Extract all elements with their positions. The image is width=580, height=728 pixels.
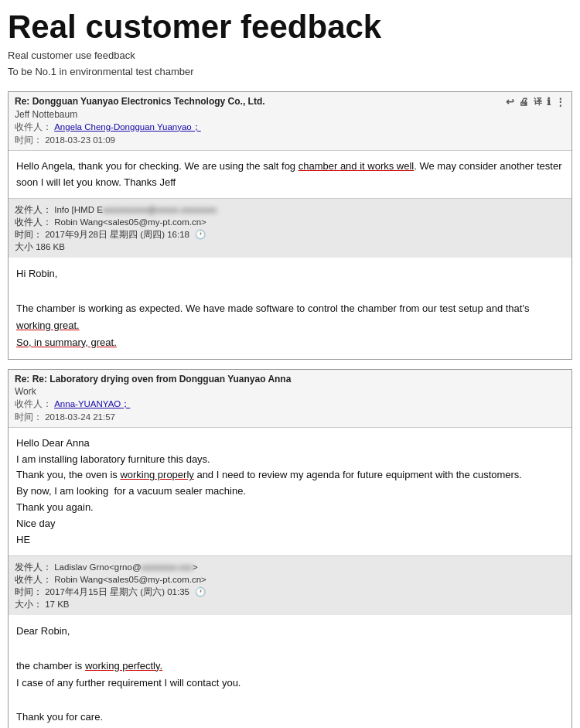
email-time-row-2: 时间： 2018-03-24 21:57 (15, 412, 565, 423)
email-subject-1: Re: Dongguan Yuanyao Electronics Technol… (15, 96, 265, 107)
translate-icon: 译 (534, 96, 542, 108)
email-from-2: Work (15, 386, 565, 397)
highlight-nested-1: working great. (16, 320, 80, 331)
email-body-2: Hello Dear Anna I am installing laborato… (9, 428, 571, 556)
highlight-nested-3: working perfectly. (85, 660, 162, 672)
email-body-1: Hello Angela, thank you for checking. We… (9, 151, 571, 199)
nested-header-1: 发件人： Info [HMD Exxxxxxxxxx@xxxxx.xxxxxxx… (9, 198, 571, 258)
clock-icon: 🕐 (195, 230, 206, 239)
clock-icon-2: 🕐 (195, 587, 206, 596)
email-subject-2: Re: Re: Laboratory drying oven from Dong… (15, 374, 291, 385)
nested-header-2: 发件人： Ladislav Grno<grno@xxxxxxxx.xxx> 收件… (9, 555, 571, 615)
email-header-2: Re: Re: Laboratory drying oven from Dong… (9, 370, 571, 428)
print-icon: 🖨 (519, 96, 529, 108)
highlight-nested-2: So, in summary, great. (16, 337, 117, 348)
page-title: Real customer feedback (8, 9, 572, 45)
highlight-2: working properly (120, 469, 193, 480)
more-icon: ⋮ (555, 96, 565, 108)
email-to-2[interactable]: Anna-YUANYAO； (54, 399, 130, 408)
nested-body-1: Hi Robin, The chamber is working as expe… (9, 258, 571, 358)
email-from-1: Jeff Nottebaum (15, 109, 565, 120)
email-to-row-2: 收件人： Anna-YUANYAO； (15, 398, 565, 410)
email-icons-1: ↩ 🖨 译 ℹ ⋮ (506, 96, 565, 108)
reply-icon: ↩ (506, 96, 514, 108)
email-to-row-1: 收件人： Angela Cheng-Dongguan Yuanyao； (15, 121, 565, 133)
email-header-1: Re: Dongguan Yuanyao Electronics Technol… (9, 92, 571, 151)
email-block-2: Re: Re: Laboratory drying oven from Dong… (8, 369, 572, 728)
highlight-1: chamber and it works well (299, 160, 415, 172)
nested-body-2: Dear Robin, the chamber is working perfe… (9, 615, 571, 728)
email-time-row-1: 时间： 2018-03-23 01:09 (15, 135, 565, 146)
page-subtitle: Real customer use feedback To be No.1 in… (8, 48, 572, 80)
email-block-1: Re: Dongguan Yuanyao Electronics Technol… (8, 91, 572, 360)
email-to-1[interactable]: Angela Cheng-Dongguan Yuanyao； (54, 122, 201, 132)
info-icon: ℹ (547, 96, 551, 108)
